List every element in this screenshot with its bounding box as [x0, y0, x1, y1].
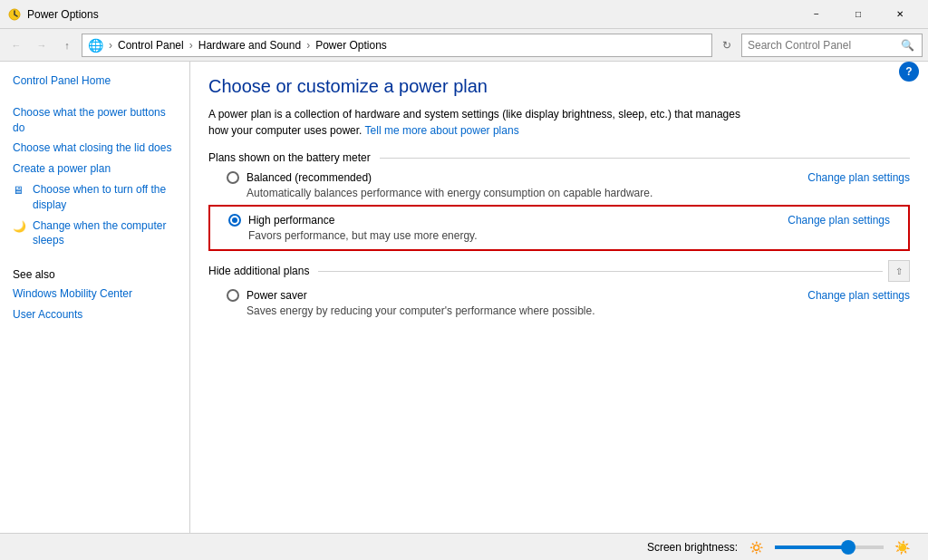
- plan-row-power-saver: Power saver Change plan settings: [227, 289, 910, 302]
- plan-desc-high-performance: Favors performance, but may use more ene…: [248, 229, 890, 242]
- close-button[interactable]: ✕: [879, 0, 921, 29]
- address-right-controls: ↻ 🔍: [716, 34, 923, 57]
- plan-radio-balanced[interactable]: [227, 171, 239, 184]
- sidebar-item-create-plan[interactable]: Create a power plan: [0, 159, 189, 179]
- sidebar-item-computer-sleeps[interactable]: 🌙 Change when the computer sleeps: [0, 216, 189, 252]
- refresh-button[interactable]: ↻: [716, 34, 738, 56]
- plan-settings-power-saver[interactable]: Change plan settings: [807, 289, 910, 302]
- brightness-label: Screen brightness:: [647, 541, 738, 554]
- search-icon-button[interactable]: 🔍: [898, 36, 916, 54]
- sidebar: Control Panel Home Choose what the power…: [0, 62, 190, 533]
- page-description: A power plan is a collection of hardware…: [208, 106, 752, 139]
- plan-desc-balanced: Automatically balances performance with …: [246, 187, 910, 199]
- minimize-button[interactable]: −: [796, 0, 837, 29]
- chevron-up-button[interactable]: ⇧: [888, 260, 910, 282]
- moon-icon: 🌙: [13, 219, 27, 234]
- sidebar-item-lid-close[interactable]: Choose what closing the lid does: [0, 138, 189, 159]
- back-button[interactable]: ←: [5, 34, 27, 56]
- display-icon: 🖥: [13, 183, 27, 198]
- breadcrumb-control-panel[interactable]: Control Panel: [118, 39, 184, 52]
- address-path[interactable]: 🌐 › Control Panel › Hardware and Sound ›…: [82, 34, 712, 57]
- sidebar-see-also: See also Windows Mobility Center User Ac…: [0, 266, 189, 325]
- page-title: Choose or customize a power plan: [208, 76, 910, 97]
- hide-section-divider: [318, 271, 883, 272]
- plan-name-power-saver: Power saver: [246, 289, 307, 302]
- help-button[interactable]: ?: [899, 62, 919, 82]
- plan-row-high-performance: High performance Change plan settings: [228, 214, 890, 227]
- breadcrumb-home-icon: 🌐: [88, 38, 103, 53]
- search-input[interactable]: [748, 39, 898, 52]
- plan-name-balanced: Balanced (recommended): [246, 171, 372, 184]
- brightness-slider[interactable]: [775, 546, 884, 549]
- plan-item-balanced: Balanced (recommended) Change plan setti…: [227, 171, 910, 199]
- content-area: Choose or customize a power plan A power…: [190, 62, 928, 533]
- plans-section: Plans shown on the battery meter Balance…: [208, 151, 910, 251]
- titlebar-buttons: − □ ✕: [796, 0, 921, 29]
- sidebar-mobility-center[interactable]: Windows Mobility Center: [0, 284, 189, 304]
- sidebar-item-power-buttons[interactable]: Choose what the power buttons do: [0, 102, 189, 139]
- brightness-low-icon: 🔅: [749, 540, 764, 555]
- main-container: Control Panel Home Choose what the power…: [0, 62, 928, 533]
- hide-section-title: Hide additional plans: [208, 265, 309, 277]
- brightness-high-icon: ☀️: [894, 540, 910, 555]
- plan-settings-balanced[interactable]: Change plan settings: [807, 171, 910, 184]
- window-icon: [7, 7, 22, 22]
- plan-row-balanced: Balanced (recommended) Change plan setti…: [227, 171, 910, 184]
- plan-item-power-saver: Power saver Change plan settings Saves e…: [227, 289, 910, 317]
- forward-button[interactable]: →: [31, 34, 53, 56]
- section-title: Plans shown on the battery meter: [208, 151, 371, 164]
- breadcrumb-hardware-sound[interactable]: Hardware and Sound: [198, 39, 301, 52]
- hide-plans-header: Hide additional plans ⇧: [208, 260, 910, 282]
- titlebar: Power Options − □ ✕: [0, 0, 928, 29]
- plan-name-high-performance: High performance: [248, 214, 334, 227]
- section-header: Plans shown on the battery meter: [208, 151, 910, 164]
- bottombar: Screen brightness: 🔅 ☀️: [0, 533, 928, 560]
- sidebar-home-link[interactable]: Control Panel Home: [0, 71, 189, 92]
- plan-desc-power-saver: Saves energy by reducing your computer's…: [246, 304, 910, 317]
- titlebar-title: Power Options: [27, 8, 796, 21]
- breadcrumb-power-options[interactable]: Power Options: [315, 39, 387, 52]
- up-button[interactable]: ↑: [56, 34, 78, 56]
- section-divider: [380, 158, 910, 159]
- plan-settings-high-performance[interactable]: Change plan settings: [788, 214, 890, 227]
- see-also-title: See also: [0, 266, 189, 284]
- plan-radio-high-performance[interactable]: [228, 214, 241, 227]
- search-box[interactable]: 🔍: [741, 34, 923, 57]
- addressbar: ← → ↑ 🌐 › Control Panel › Hardware and S…: [0, 29, 928, 62]
- plan-item-high-performance: High performance Change plan settings Fa…: [208, 205, 910, 251]
- plan-radio-power-saver[interactable]: [227, 289, 239, 302]
- learn-more-link[interactable]: Tell me more about power plans: [365, 124, 519, 137]
- sidebar-nav: Choose what the power buttons do Choose …: [0, 102, 189, 251]
- sidebar-user-accounts[interactable]: User Accounts: [0, 304, 189, 325]
- sidebar-item-turn-off-display[interactable]: 🖥 Choose when to turn off the display: [0, 179, 189, 216]
- maximize-button[interactable]: □: [837, 0, 879, 29]
